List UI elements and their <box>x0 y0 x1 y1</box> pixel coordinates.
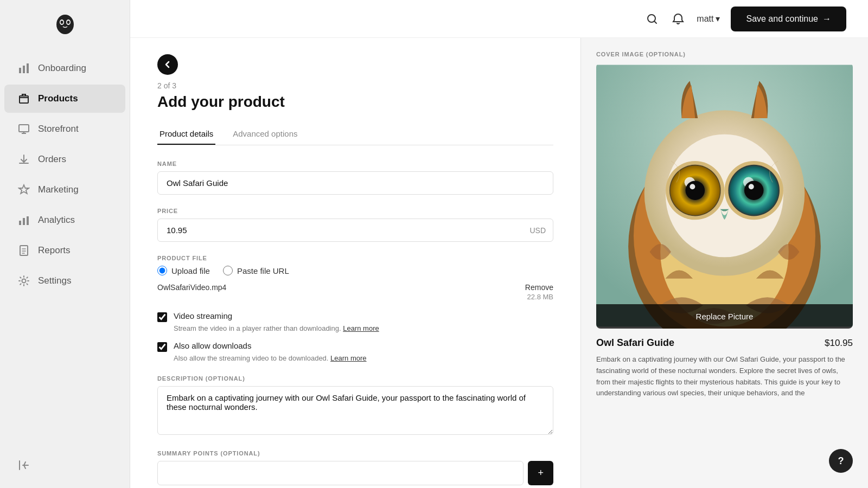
svg-point-30 <box>690 184 695 189</box>
price-input-wrap: USD <box>157 219 553 242</box>
sidebar-item-marketing-label: Marketing <box>38 184 79 195</box>
price-input[interactable] <box>157 219 553 242</box>
sidebar-item-products[interactable]: Products <box>4 85 125 113</box>
summary-field-group: SUMMARY POINTS (OPTIONAL) + <box>157 450 553 485</box>
chevron-down-icon: ▾ <box>716 14 720 24</box>
back-button[interactable] <box>157 54 178 75</box>
svg-point-31 <box>749 184 754 189</box>
svg-rect-5 <box>19 68 21 73</box>
upload-file-option[interactable]: Upload file <box>157 266 210 275</box>
svg-point-3 <box>60 21 63 24</box>
svg-point-0 <box>56 15 74 34</box>
download-icon <box>17 153 30 166</box>
add-summary-button[interactable]: + <box>528 461 553 485</box>
product-preview-price: $10.95 <box>825 338 853 349</box>
svg-rect-6 <box>23 66 25 73</box>
also-allow-downloads-row: Also allow downloads <box>157 341 553 352</box>
file-type-radio-group: Upload file Paste file URL <box>157 266 553 275</box>
box-icon <box>17 92 30 105</box>
sidebar-item-analytics-label: Analytics <box>38 215 75 226</box>
sidebar-item-exit[interactable] <box>4 451 125 479</box>
sidebar: Onboarding Products Storefront Orders Ma <box>0 0 130 488</box>
price-field-group: PRICE USD <box>157 208 553 242</box>
replace-picture-button[interactable]: Replace Picture <box>596 304 853 329</box>
sidebar-nav: Onboarding Products Storefront Orders Ma <box>0 54 130 295</box>
sidebar-item-settings-label: Settings <box>38 275 71 286</box>
description-field-group: DESCRIPTION (OPTIONAL) <box>157 375 553 437</box>
tab-advanced-options[interactable]: Advanced options <box>231 124 299 145</box>
svg-rect-13 <box>20 246 28 255</box>
price-label: PRICE <box>157 208 553 214</box>
topbar: matt ▾ Save and continue → <box>130 0 868 38</box>
video-streaming-learn-more[interactable]: Learn more <box>343 324 379 332</box>
svg-point-14 <box>22 279 26 283</box>
document-icon <box>17 244 30 257</box>
cover-image-container: Replace Picture <box>596 63 853 329</box>
video-streaming-desc: Stream the video in a player rather than… <box>174 324 553 332</box>
user-menu[interactable]: matt ▾ <box>697 14 720 24</box>
name-label: NAME <box>157 160 553 167</box>
product-file-label: PRODUCT FILE <box>157 255 553 261</box>
sidebar-item-analytics[interactable]: Analytics <box>4 206 125 234</box>
svg-point-28 <box>686 181 705 200</box>
remove-file-button[interactable]: Remove <box>525 283 553 292</box>
also-allow-downloads-learn-more[interactable]: Learn more <box>330 354 366 362</box>
upload-file-radio[interactable] <box>157 266 167 275</box>
svg-rect-12 <box>27 216 29 225</box>
search-icon[interactable] <box>644 11 660 27</box>
file-meta: Remove 22.8 MB <box>525 283 553 301</box>
help-button[interactable]: ? <box>829 449 853 473</box>
main-content: matt ▾ Save and continue → 2 of 3 Add yo… <box>130 0 868 488</box>
product-preview-desc: Embark on a captivating journey with our… <box>596 354 853 399</box>
product-file-field-group: PRODUCT FILE Upload file Paste file URL … <box>157 255 553 362</box>
sidebar-item-orders[interactable]: Orders <box>4 145 125 174</box>
sidebar-item-marketing[interactable]: Marketing <box>4 176 125 204</box>
product-preview-name: Owl Safari Guide <box>596 337 674 349</box>
preview-panel: COVER IMAGE (OPTIONAL) <box>580 38 868 488</box>
summary-input[interactable] <box>157 461 524 485</box>
name-input[interactable] <box>157 171 553 195</box>
bar-chart-icon <box>17 214 30 227</box>
exit-icon <box>17 459 30 472</box>
sidebar-item-onboarding[interactable]: Onboarding <box>4 54 125 82</box>
form-panel: 2 of 3 Add your product Product details … <box>130 38 580 488</box>
paste-url-option[interactable]: Paste file URL <box>223 266 289 275</box>
sidebar-item-settings[interactable]: Settings <box>4 267 125 295</box>
notifications-icon[interactable] <box>671 11 686 27</box>
file-row: OwlSafariVideo.mp4 Remove 22.8 MB <box>157 283 553 301</box>
description-label: DESCRIPTION (OPTIONAL) <box>157 375 553 382</box>
video-streaming-row: Video streaming <box>157 311 553 322</box>
sidebar-item-storefront[interactable]: Storefront <box>4 115 125 143</box>
sidebar-bottom <box>0 442 130 488</box>
save-continue-button[interactable]: Save and continue → <box>731 7 846 31</box>
also-allow-downloads-desc: Also allow the streaming video to be dow… <box>174 354 553 362</box>
svg-point-4 <box>67 21 69 24</box>
monitor-icon <box>17 123 30 136</box>
content-area: 2 of 3 Add your product Product details … <box>130 38 868 488</box>
step-label: 2 of 3 <box>157 81 553 90</box>
name-field-group: NAME <box>157 160 553 195</box>
video-streaming-checkbox[interactable] <box>157 312 167 322</box>
star-icon <box>17 183 30 196</box>
svg-rect-9 <box>19 125 29 132</box>
sidebar-item-storefront-label: Storefront <box>38 124 79 134</box>
also-allow-downloads-checkbox[interactable] <box>157 342 167 352</box>
description-input[interactable] <box>157 386 553 435</box>
paste-url-radio[interactable] <box>223 266 233 275</box>
currency-label: USD <box>529 226 546 235</box>
sidebar-item-onboarding-label: Onboarding <box>38 63 86 74</box>
video-streaming-label: Video streaming <box>174 311 232 320</box>
sidebar-item-products-label: Products <box>38 93 78 104</box>
arrow-right-icon: → <box>822 14 831 24</box>
sidebar-item-orders-label: Orders <box>38 154 66 165</box>
sidebar-item-reports[interactable]: Reports <box>4 236 125 265</box>
svg-rect-11 <box>23 218 25 225</box>
tab-product-details[interactable]: Product details <box>157 124 215 145</box>
also-allow-downloads-group: Also allow downloads Also allow the stre… <box>157 341 553 362</box>
owl-image <box>596 63 853 329</box>
tab-bar: Product details Advanced options <box>157 124 553 145</box>
cover-image-label: COVER IMAGE (OPTIONAL) <box>596 51 853 57</box>
gear-icon <box>17 274 30 287</box>
page-title: Add your product <box>157 93 553 111</box>
svg-rect-7 <box>27 63 29 73</box>
